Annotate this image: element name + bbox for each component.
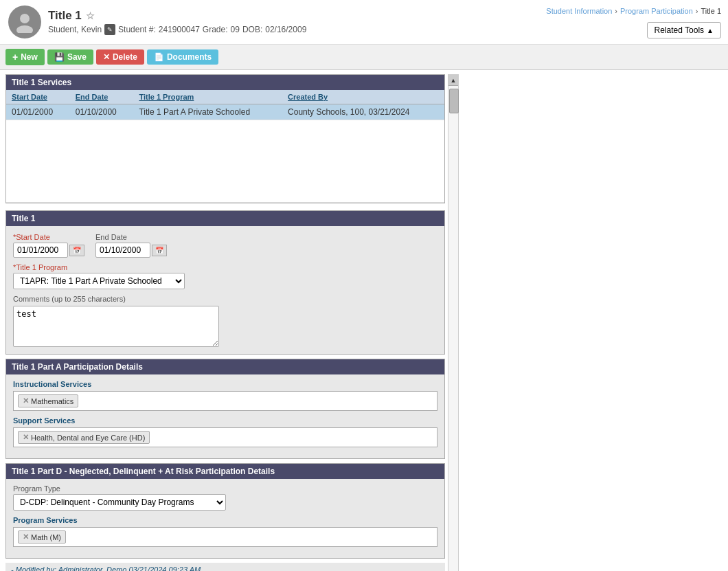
- math-m-tag-remove[interactable]: ✕: [23, 533, 29, 541]
- save-button[interactable]: 💾 Save: [47, 49, 93, 65]
- comments-label: Comments (up to 255 characters): [13, 295, 437, 303]
- comments-group: Comments (up to 255 characters) test: [13, 295, 437, 347]
- col-created-by[interactable]: Created By: [282, 90, 444, 104]
- scrollbar-track[interactable]: ▲ ▼: [448, 74, 460, 571]
- health-dental-tag: ✕ Health, Dental and Eye Care (HD): [18, 431, 150, 444]
- title1-form-header: Title 1: [6, 211, 444, 226]
- title1-form-section: Title 1 *Start Date 📅 End Date: [5, 210, 445, 355]
- instructional-services-group: Instructional Services ✕ Mathematics: [13, 380, 437, 411]
- table-header-row: Start Date End Date Title 1 Program Crea…: [6, 90, 444, 104]
- delete-button[interactable]: ✕ Delete: [96, 49, 144, 65]
- title1-program-group: *Title 1 Program T1APR: Title 1 Part A P…: [13, 263, 437, 289]
- page-header: Title 1 ☆ Student, Kevin ✎ Student #: 24…: [0, 0, 728, 45]
- student-info: Student, Kevin ✎ Student #: 241900047 Gr…: [48, 24, 720, 35]
- breadcrumb-sep-1: ›: [615, 7, 617, 15]
- title1-services-section: Title 1 Services Start Date End Date Tit…: [5, 74, 445, 203]
- dob-value: 02/16/2009: [265, 25, 306, 34]
- delete-icon: ✕: [103, 52, 110, 62]
- end-date-input[interactable]: [95, 243, 150, 258]
- title1-services-header: Title 1 Services: [6, 75, 444, 90]
- student-name: Student, Kevin: [48, 25, 102, 34]
- health-dental-tag-remove[interactable]: ✕: [23, 433, 29, 442]
- student-number: 241900047: [159, 25, 200, 34]
- breadcrumb-current: Title 1: [701, 7, 721, 15]
- end-date-group: End Date 📅: [95, 233, 167, 258]
- col-end-date-link[interactable]: End Date: [76, 93, 109, 101]
- end-date-calendar-button[interactable]: 📅: [152, 245, 167, 256]
- title1-program-select[interactable]: T1APR: Title 1 Part A Private Schooled: [13, 273, 185, 289]
- mathematics-tag-remove[interactable]: ✕: [23, 396, 29, 405]
- documents-label: Documents: [167, 52, 212, 62]
- table-row[interactable]: 01/01/2000 01/10/2000 Title 1 Part A Pri…: [6, 104, 444, 120]
- participation-details-body: Instructional Services ✕ Mathematics Sup…: [6, 374, 444, 458]
- edit-icon[interactable]: ✎: [104, 24, 115, 35]
- breadcrumb-program-participation[interactable]: Program Participation: [620, 7, 693, 15]
- title1-form-body: *Start Date 📅 End Date 📅: [6, 226, 444, 354]
- row-start-date: 01/01/2000: [6, 104, 70, 120]
- documents-button[interactable]: 📄 Documents: [147, 49, 218, 65]
- favorite-star[interactable]: ☆: [86, 10, 95, 21]
- table-empty-row: [6, 120, 444, 203]
- math-m-tag: ✕ Math (M): [18, 530, 66, 544]
- delete-label: Delete: [113, 52, 137, 62]
- part-d-section: Title 1 Part D - Neglected, Delinquent +…: [5, 463, 445, 559]
- part-d-header: Title 1 Part D - Neglected, Delinquent +…: [6, 464, 444, 479]
- title1-services-table: Start Date End Date Title 1 Program Crea…: [6, 90, 444, 203]
- row-end-date: 01/10/2000: [70, 104, 134, 120]
- row-created-by: County Schools, 100, 03/21/2024: [282, 104, 444, 120]
- col-end-date[interactable]: End Date: [70, 90, 134, 104]
- start-date-label: *Start Date: [13, 233, 84, 241]
- program-type-label: Program Type: [13, 484, 437, 493]
- comments-textarea[interactable]: test: [13, 306, 219, 347]
- related-tools-label: Related Tools: [655, 25, 705, 35]
- support-services-label: Support Services: [13, 416, 437, 425]
- new-label: New: [21, 52, 38, 62]
- start-date-input-wrap: 📅: [13, 243, 84, 258]
- col-created-by-link[interactable]: Created By: [288, 93, 328, 101]
- grade-label: Grade:: [203, 25, 228, 34]
- grade-value: 09: [231, 25, 240, 34]
- related-tools-arrow-icon: ▲: [707, 27, 714, 34]
- end-date-input-wrap: 📅: [95, 243, 167, 258]
- new-button[interactable]: + New: [5, 49, 45, 65]
- documents-icon: 📄: [154, 52, 164, 62]
- svg-point-1: [16, 25, 33, 33]
- col-program-link[interactable]: Title 1 Program: [139, 93, 194, 101]
- support-services-tag-box: ✕ Health, Dental and Eye Care (HD): [13, 427, 437, 447]
- program-type-group: Program Type D-CDP: Delinquent - Communi…: [13, 484, 437, 511]
- modified-line: - Modified by: Administrator, Demo 03/21…: [5, 563, 445, 571]
- support-services-group: Support Services ✕ Health, Dental and Ey…: [13, 416, 437, 447]
- date-row: *Start Date 📅 End Date 📅: [13, 233, 437, 258]
- scrollbar[interactable]: ▲ ▼: [448, 74, 459, 571]
- svg-point-0: [20, 14, 30, 23]
- dob-label: DOB:: [242, 25, 262, 34]
- student-avatar: [8, 5, 41, 38]
- scroll-thumb[interactable]: [449, 89, 459, 113]
- participation-details-header: Title 1 Part A Participation Details: [6, 359, 444, 374]
- toolbar: + New 💾 Save ✕ Delete 📄 Documents: [0, 45, 728, 70]
- program-type-select[interactable]: D-CDP: Delinquent - Community Day Progra…: [13, 494, 226, 511]
- program-services-group: Program Services ✕ Math (M): [13, 516, 437, 547]
- related-tools-button[interactable]: Related Tools ▲: [647, 22, 721, 38]
- start-date-calendar-button[interactable]: 📅: [69, 245, 84, 256]
- program-services-tag-box: ✕ Math (M): [13, 527, 437, 547]
- row-program: Title 1 Part A Private Schooled: [133, 104, 282, 120]
- health-dental-tag-label: Health, Dental and Eye Care (HD): [31, 434, 145, 442]
- col-start-date-link[interactable]: Start Date: [12, 93, 47, 101]
- program-services-label: Program Services: [13, 516, 437, 524]
- new-plus-icon: +: [12, 52, 18, 63]
- end-date-label: End Date: [95, 233, 167, 241]
- title-text: Title 1: [48, 9, 82, 23]
- breadcrumb-sep-2: ›: [696, 7, 698, 15]
- start-date-input[interactable]: [13, 243, 68, 258]
- title1-program-label: *Title 1 Program: [13, 263, 437, 271]
- scroll-up-button[interactable]: ▲: [448, 75, 458, 86]
- start-date-group: *Start Date 📅: [13, 233, 84, 258]
- col-start-date[interactable]: Start Date: [6, 90, 70, 104]
- col-program[interactable]: Title 1 Program: [133, 90, 282, 104]
- instructional-services-label: Instructional Services: [13, 380, 437, 388]
- student-number-label: Student #:: [118, 25, 156, 34]
- math-m-tag-label: Math (M): [31, 533, 61, 541]
- breadcrumb-student-info[interactable]: Student Information: [546, 7, 612, 15]
- participation-details-section: Title 1 Part A Participation Details Ins…: [5, 359, 445, 459]
